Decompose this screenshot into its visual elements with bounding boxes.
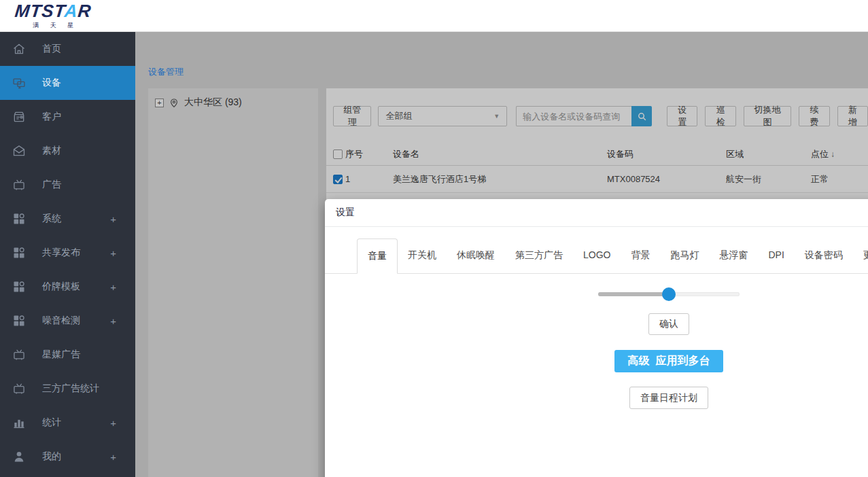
- volume-slider-fill: [598, 292, 669, 296]
- apps-icon: [12, 314, 26, 328]
- user-icon: [12, 450, 26, 463]
- customer-icon: [12, 110, 26, 124]
- modal-title: 设置: [325, 199, 868, 227]
- expand-plus-icon[interactable]: +: [110, 213, 116, 225]
- sidebar-item-star-media-ads[interactable]: 星媒广告: [0, 338, 135, 372]
- material-icon: [12, 144, 26, 158]
- sidebar-item-label: 统计: [42, 417, 61, 429]
- tab-device-password[interactable]: 设备密码: [795, 238, 853, 273]
- settings-modal: 设置 音量 开关机 休眠唤醒 第三方广告 LOGO 背景 跑马灯 悬浮窗 DPI…: [325, 199, 868, 477]
- brand-logo: MTSTAR 满 天 星: [15, 2, 91, 30]
- apps-icon: [12, 280, 26, 294]
- sidebar-item-devices[interactable]: 设备: [0, 66, 135, 100]
- chart-icon: [12, 416, 26, 429]
- home-icon: [12, 42, 26, 56]
- sidebar-item-label: 首页: [42, 43, 61, 55]
- sidebar-item-label: 客户: [42, 111, 61, 123]
- top-header: MTSTAR 满 天 星: [0, 0, 868, 32]
- tv-icon: [12, 178, 26, 192]
- sidebar-nav: 首页 设备 客户 素材 广告 系统 + 共享发布 +: [0, 32, 135, 477]
- expand-plus-icon[interactable]: +: [110, 281, 116, 293]
- tab-floating-window[interactable]: 悬浮窗: [709, 238, 758, 273]
- app-screen: MTSTAR 满 天 星 首页 设备 客户 素材 广告 系统 +: [0, 0, 868, 477]
- volume-schedule-button[interactable]: 音量日程计划: [629, 387, 708, 409]
- sidebar-item-home[interactable]: 首页: [0, 32, 135, 66]
- sidebar-item-ads[interactable]: 广告: [0, 168, 135, 202]
- tab-dpi[interactable]: DPI: [758, 238, 794, 273]
- expand-plus-icon[interactable]: +: [110, 417, 116, 429]
- sidebar-item-label: 我的: [42, 450, 61, 463]
- brand-logo-subtitle: 满 天 星: [28, 21, 78, 30]
- expand-plus-icon[interactable]: +: [110, 315, 116, 327]
- sidebar-item-price-template[interactable]: 价牌模板 +: [0, 270, 135, 304]
- apps-icon: [12, 246, 26, 260]
- tab-marquee[interactable]: 跑马灯: [660, 238, 709, 273]
- sidebar-item-label: 价牌模板: [42, 281, 80, 293]
- sidebar-item-mine[interactable]: 我的 +: [0, 440, 135, 474]
- expand-plus-icon[interactable]: +: [110, 451, 116, 463]
- tab-power[interactable]: 开关机: [398, 238, 447, 273]
- tab-logo[interactable]: LOGO: [573, 238, 621, 273]
- devices-icon: [12, 76, 26, 90]
- tv-icon: [12, 382, 26, 395]
- tab-background[interactable]: 背景: [621, 238, 660, 273]
- sidebar-item-label: 设备: [42, 77, 61, 89]
- volume-tab-panel: 确认 高级 应用到多台 音量日程计划: [325, 274, 868, 409]
- tab-sleep-wake[interactable]: 休眠唤醒: [447, 238, 505, 273]
- sidebar-item-label: 素材: [42, 145, 61, 157]
- sidebar-item-label: 三方广告统计: [42, 383, 99, 395]
- brand-logo-text: MTSTAR: [14, 2, 92, 20]
- tab-volume[interactable]: 音量: [357, 238, 398, 274]
- volume-slider-thumb[interactable]: [662, 287, 676, 301]
- tv-icon: [12, 348, 26, 361]
- apps-icon: [12, 212, 26, 226]
- tab-update[interactable]: 更新: [853, 238, 868, 273]
- sidebar-item-customers[interactable]: 客户: [0, 100, 135, 134]
- sidebar-item-label: 广告: [42, 179, 61, 191]
- confirm-button[interactable]: 确认: [648, 313, 689, 335]
- tab-third-party-ad[interactable]: 第三方广告: [505, 238, 573, 273]
- sidebar-item-noise-detect[interactable]: 噪音检测 +: [0, 304, 135, 338]
- sidebar-item-statistics[interactable]: 统计 +: [0, 406, 135, 440]
- logo-part1: MTST: [14, 1, 65, 21]
- volume-slider[interactable]: [598, 292, 740, 296]
- sidebar-item-label: 共享发布: [42, 247, 80, 259]
- sidebar-item-shared-publish[interactable]: 共享发布 +: [0, 236, 135, 270]
- sidebar-item-materials[interactable]: 素材: [0, 134, 135, 168]
- logo-part2: R: [77, 1, 92, 21]
- sidebar-item-label: 星媒广告: [42, 349, 80, 361]
- sidebar-item-label: 噪音检测: [42, 315, 80, 327]
- advanced-apply-multi-button[interactable]: 高级 应用到多台: [614, 350, 724, 372]
- sidebar-item-label: 系统: [42, 213, 61, 225]
- sidebar-item-third-party-ad-stats[interactable]: 三方广告统计: [0, 372, 135, 406]
- sidebar-item-system[interactable]: 系统 +: [0, 202, 135, 236]
- expand-plus-icon[interactable]: +: [110, 247, 116, 259]
- settings-tabs: 音量 开关机 休眠唤醒 第三方广告 LOGO 背景 跑马灯 悬浮窗 DPI 设备…: [325, 238, 868, 274]
